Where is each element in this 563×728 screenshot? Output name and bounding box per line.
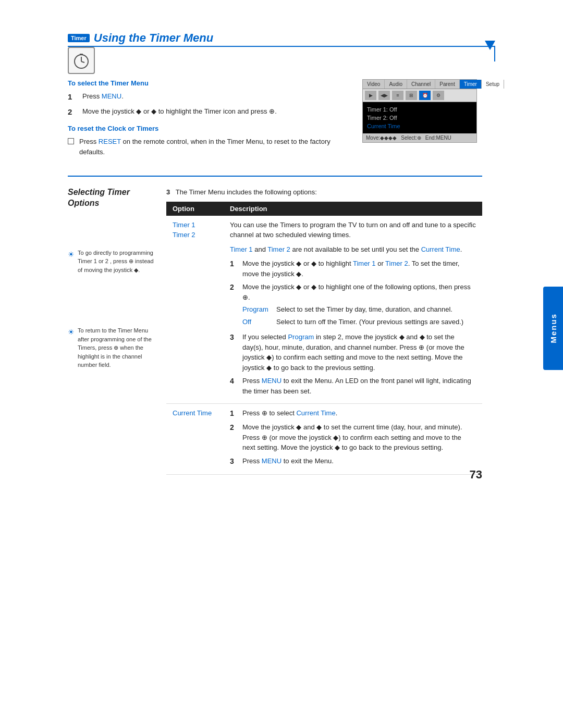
substep-2: 2 Move the joystick ◆ or ◆ to highlight … (230, 282, 476, 329)
selecting-timer-section: Selecting Timer Options ☀ To go directly… (68, 187, 482, 479)
tv-tab-parent: Parent (435, 80, 459, 89)
selecting-title: Selecting Timer Options (68, 187, 154, 209)
ct-highlight-current-time: Current Time (296, 409, 335, 417)
options-table: Option Description Timer 1 Timer 2 (166, 202, 482, 475)
bullet-reset: Press RESET on the remote control, when … (68, 137, 352, 157)
table-cell-timer-options: Timer 1 Timer 2 (166, 216, 224, 404)
substep-2-text: Move the joystick ◆ or ◆ to highlight on… (242, 282, 476, 329)
timer-icon (68, 47, 95, 74)
note-timer2: Timer 2 (267, 245, 290, 253)
tv-item-timer2: Timer 2: Off (367, 114, 472, 122)
tv-footer-end: End:MENU (425, 135, 451, 141)
suboption-program-row: Program Select to set the Timer by day, … (242, 304, 476, 315)
step-1-number: 1 (68, 91, 78, 102)
heading-select-timer: To select the Timer Menu (68, 79, 352, 87)
substep-1-text: Move the joystick ◆ or ◆ to highlight Ti… (242, 258, 476, 279)
table-header-row: Option Description (166, 202, 482, 216)
menu-keyword-1: MENU (102, 92, 121, 100)
sidebar-note-2-text: To return to the Timer Menu after progra… (78, 326, 154, 369)
note-timer1: Timer 1 (230, 245, 253, 253)
table-cell-timer-desc: You can use the Timers to program the TV… (224, 216, 482, 404)
tv-menu-tabs: Video Audio Channel Parent Timer Setup (363, 80, 476, 89)
tv-icon-6: ⚙ (433, 91, 444, 100)
note-current-time: Current Time (421, 245, 460, 253)
current-time-substeps: 1 Press ⊕ to select Current Time. 2 (230, 408, 476, 467)
table-cell-current-time-desc: 1 Press ⊕ to select Current Time. 2 (224, 404, 482, 475)
substep-4-text: Press MENU to exit the Menu. An LED on t… (242, 376, 476, 396)
suboption-program-label: Program (242, 304, 276, 315)
sidebar-note-2: ☀ To return to the Timer Menu after prog… (68, 326, 154, 369)
tv-item-current-time: Current Time (367, 122, 472, 130)
tv-screenshot-col: Video Audio Channel Parent Timer Setup ▶… (362, 79, 482, 160)
col-header-description: Description (224, 202, 482, 216)
tv-item-timer1: Timer 1: Off (367, 105, 472, 114)
page-container: Menus Timer Using the Timer Menu (0, 0, 563, 728)
highlight-program: Program (288, 333, 314, 341)
right-content: 3 The Timer Menu includes the following … (166, 187, 482, 479)
heading-reset-timer: To reset the Clock or Timers (68, 125, 352, 132)
tv-icon-1: ▶ (365, 91, 376, 100)
tv-tab-audio: Audio (385, 80, 407, 89)
note-icon-1: ☀ (68, 249, 75, 260)
suboption-off-row: Off Select to turn off the Timer. (Your … (242, 317, 476, 327)
tv-tab-channel: Channel (407, 80, 435, 89)
timer-desc-note: Timer 1 and Timer 2 are not available to… (230, 244, 476, 255)
highlight-timer2: Timer 2 (385, 260, 408, 267)
step-2: 2 Move the joystick ◆ or ◆ to highlight … (68, 106, 352, 117)
substep-2-num: 2 (230, 282, 239, 293)
step3-number: 3 (166, 188, 170, 196)
substep-3: 3 If you selected Program in step 2, mov… (230, 332, 476, 373)
tv-icon-4: ⊞ (406, 91, 417, 100)
section-header-row: Timer Using the Timer Menu (68, 31, 482, 74)
ct-substep-1-num: 1 (230, 408, 239, 419)
tv-tab-timer: Timer (460, 80, 482, 89)
svg-line-2 (81, 61, 84, 63)
option-current-time: Current Time (173, 409, 212, 417)
substep-3-text: If you selected Program in step 2, move … (242, 332, 476, 373)
tv-icon-3: ≡ (392, 91, 403, 100)
instructions-column: To select the Timer Menu 1 Press MENU. 2… (68, 79, 352, 160)
note-icon-2: ☀ (68, 327, 75, 338)
timer-badge: Timer (68, 34, 90, 42)
option-timer2: Timer 2 (173, 231, 195, 239)
ct-substep-2-text: Move the joystick ◆ and ◆ to set the cur… (242, 422, 476, 453)
left-sidebar: Selecting Timer Options ☀ To go directly… (68, 187, 154, 479)
step-1: 1 Press MENU. (68, 91, 352, 102)
suboption-off-label: Off (242, 317, 276, 327)
option-timer1: Timer 1 (173, 221, 195, 229)
ct-substep-3-text: Press MENU to exit the Menu. (242, 456, 334, 466)
substep-1: 1 Move the joystick ◆ or ◆ to highlight … (230, 258, 476, 279)
ct-substep-3: 3 Press MENU to exit the Menu. (230, 456, 476, 467)
page-number: 73 (470, 468, 482, 482)
sidebar-note-1: ☀ To go directly to programming Timer 1 … (68, 249, 154, 275)
suboption-program-desc: Select to set the Timer by day, time, du… (276, 304, 452, 315)
tv-icon-5-selected: ⏰ (419, 91, 431, 100)
section-divider (68, 176, 482, 177)
ct-substep-1-text: Press ⊕ to select Current Time. (242, 408, 337, 418)
sidebar-note-1-text: To go directly to programming Timer 1 or… (78, 249, 154, 275)
step3-intro: 3 The Timer Menu includes the following … (166, 187, 482, 198)
col-header-option: Option (166, 202, 224, 216)
step-1-content: Press MENU. (82, 91, 124, 102)
suboption-off-desc: Select to turn off the Timer. (Your prev… (276, 317, 463, 327)
table-row-timers: Timer 1 Timer 2 You can use the Timers t… (166, 216, 482, 404)
header-icon-area: Timer Using the Timer Menu (68, 31, 213, 74)
timer-substeps: 1 Move the joystick ◆ or ◆ to highlight … (230, 258, 476, 396)
substep-4: 4 Press MENU to exit the Menu. An LED on… (230, 376, 476, 396)
highlight-timer1: Timer 1 (353, 260, 376, 267)
ct-substep-3-num: 3 (230, 456, 239, 467)
tv-tab-setup: Setup (482, 80, 504, 89)
step-2-content: Move the joystick ◆ or ◆ to highlight th… (82, 106, 277, 117)
tv-footer: Move:◆◆◆◆ Select:⊕ End:MENU (363, 133, 476, 142)
tv-icon-2: ◀▶ (378, 91, 390, 100)
main-content: Timer Using the Timer Menu T (0, 0, 563, 510)
timer-desc-intro: You can use the Timers to program the TV… (230, 220, 476, 240)
ct-substep-2-num: 2 (230, 422, 239, 433)
ct-substep-1: 1 Press ⊕ to select Current Time. (230, 408, 476, 419)
ct-substep-2: 2 Move the joystick ◆ and ◆ to set the c… (230, 422, 476, 453)
section-title: Using the Timer Menu (94, 31, 213, 45)
ct-highlight-menu: MENU (262, 457, 282, 465)
bullet-square-icon (68, 138, 74, 144)
select-timer-steps: 1 Press MENU. 2 Move the joystick ◆ or ◆… (68, 91, 352, 117)
substep-4-num: 4 (230, 376, 239, 387)
